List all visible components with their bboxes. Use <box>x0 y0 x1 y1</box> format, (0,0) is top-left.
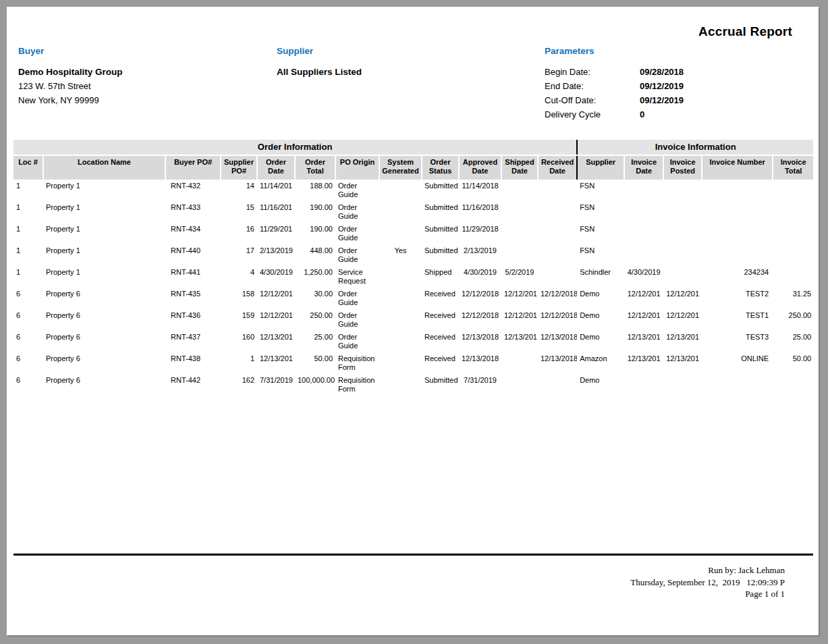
cell-invoice_posted <box>663 266 702 288</box>
cell-invoice_number <box>702 374 773 396</box>
cell-invoice_posted: 12/12/201 <box>663 309 702 331</box>
cell-order_total: 448.00 <box>295 244 335 266</box>
cell-order_date: 4/30/2019 <box>257 266 295 288</box>
cell-po_origin: Order Guide <box>335 223 379 244</box>
cell-po_origin: Requisition Form <box>335 374 379 396</box>
cell-received_date: 12/12/2018 <box>538 309 577 331</box>
buyer-heading: Buyer <box>18 46 241 56</box>
cell-shipped_date <box>501 374 538 396</box>
column-header-invoice_total: Invoice Total <box>773 155 813 180</box>
cell-order_status: Received <box>422 331 459 352</box>
cell-order_total: 30.00 <box>295 288 335 309</box>
cell-order_date: 7/31/2019 <box>257 374 295 396</box>
cell-system_generated <box>379 201 422 223</box>
cell-order_date: 12/13/201 <box>257 331 295 352</box>
table-row: 1Property 1RNT-4341611/29/201190.00Order… <box>13 223 813 244</box>
cell-buyer_po: RNT-438 <box>165 352 221 374</box>
table-head: Order InformationInvoice Information Loc… <box>13 140 813 180</box>
cell-po_origin: Order Guide <box>335 331 379 352</box>
cell-order_date: 2/13/2019 <box>257 244 295 266</box>
cell-supplier_po: 160 <box>221 331 257 352</box>
parameter-label: Begin Date: <box>545 65 640 79</box>
cell-loc: 6 <box>13 352 43 374</box>
cell-invoice_date: 12/13/201 <box>624 352 663 374</box>
cell-received_date <box>538 244 577 266</box>
cell-system_generated <box>379 352 422 374</box>
cell-received_date <box>538 180 577 201</box>
cell-supplier: FSN <box>577 223 624 244</box>
column-header-invoice_date: Invoice Date <box>624 155 663 180</box>
cell-invoice_posted: 12/13/201 <box>663 331 702 352</box>
cell-order_date: 11/29/201 <box>257 223 295 244</box>
cell-invoice_number: TEST2 <box>702 288 773 309</box>
cell-order_status: Submitted <box>422 201 459 223</box>
cell-po_origin: Order Guide <box>335 244 379 266</box>
column-header-shipped_date: Shipped Date <box>501 155 538 180</box>
cell-invoice_posted <box>663 223 702 244</box>
cell-shipped_date <box>501 244 538 266</box>
cell-loc: 1 <box>13 223 43 244</box>
supplier-section: Supplier All Suppliers Listed <box>277 46 499 79</box>
column-header-order_status: Order Status <box>422 155 459 180</box>
cell-invoice_date <box>624 180 663 201</box>
column-header-invoice_number: Invoice Number <box>702 155 773 180</box>
cell-location_name: Property 6 <box>43 331 165 352</box>
footer-run-by: Run by: Jack Lehman <box>630 564 785 576</box>
cell-supplier_po: 158 <box>221 288 257 309</box>
cell-invoice_number: TEST1 <box>702 309 773 331</box>
cell-invoice_number: 234234 <box>702 266 773 288</box>
cell-invoice_date <box>624 244 663 266</box>
cell-invoice_number <box>702 223 773 244</box>
cell-invoice_total <box>773 223 813 244</box>
parameter-value: 09/12/2019 <box>640 93 684 107</box>
cell-location_name: Property 6 <box>43 374 165 396</box>
cell-shipped_date <box>501 180 538 201</box>
cell-approved_date: 12/12/2018 <box>459 309 501 331</box>
cell-order_total: 188.00 <box>295 180 335 201</box>
cell-location_name: Property 1 <box>43 223 165 244</box>
cell-system_generated <box>379 288 422 309</box>
footer-divider <box>13 554 813 556</box>
cell-loc: 6 <box>13 288 43 309</box>
cell-order_date: 11/14/201 <box>257 180 295 201</box>
cell-po_origin: Order Guide <box>335 288 379 309</box>
column-header-approved_date: Approved Date <box>459 155 501 180</box>
cell-location_name: Property 1 <box>43 180 165 201</box>
table-row: 6Property 6RNT-43515812/12/20130.00Order… <box>13 288 813 309</box>
column-header-order_date: Order Date <box>257 155 295 180</box>
parameter-label: Delivery Cycle <box>545 107 640 122</box>
cell-loc: 6 <box>13 331 43 352</box>
cell-received_date: 12/13/2018 <box>538 331 577 352</box>
cell-buyer_po: RNT-435 <box>165 288 221 309</box>
cell-buyer_po: RNT-440 <box>165 244 221 266</box>
cell-approved_date: 11/16/2018 <box>459 201 501 223</box>
table-row: 6Property 6RNT-43716012/13/20125.00Order… <box>13 331 813 352</box>
cell-supplier: FSN <box>577 244 624 266</box>
report-page: Accrual Report Buyer Demo Hospitality Gr… <box>7 7 819 635</box>
cell-approved_date: 4/30/2019 <box>459 266 501 288</box>
cell-received_date <box>538 223 577 244</box>
table-row: 6Property 6RNT-43615912/12/201250.00Orde… <box>13 309 813 331</box>
cell-supplier_po: 159 <box>221 309 257 331</box>
parameter-row: Begin Date:09/28/2018 <box>545 65 801 79</box>
cell-order_status: Submitted <box>422 180 459 201</box>
cell-supplier: Demo <box>577 309 624 331</box>
cell-invoice_total: 31.25 <box>773 288 813 309</box>
cell-invoice_number: TEST3 <box>702 331 773 352</box>
cell-po_origin: Order Guide <box>335 180 379 201</box>
cell-order_total: 25.00 <box>295 331 335 352</box>
cell-shipped_date: 12/13/201 <box>501 331 538 352</box>
cell-invoice_date: 12/13/201 <box>624 331 663 352</box>
column-header-supplier_po: Supplier PO# <box>221 155 257 180</box>
table-row: 1Property 1RNT-44144/30/20191,250.00Serv… <box>13 266 813 288</box>
parameter-row: Cut-Off Date:09/12/2019 <box>545 93 801 107</box>
cell-supplier_po: 15 <box>221 201 257 223</box>
cell-received_date <box>538 266 577 288</box>
report-title: Accrual Report <box>698 24 792 39</box>
parameter-value: 0 <box>640 107 644 122</box>
cell-invoice_date <box>624 223 663 244</box>
column-header-po_origin: PO Origin <box>335 155 379 180</box>
cell-loc: 1 <box>13 244 43 266</box>
cell-invoice_posted <box>663 180 702 201</box>
cell-invoice_total <box>773 201 813 223</box>
